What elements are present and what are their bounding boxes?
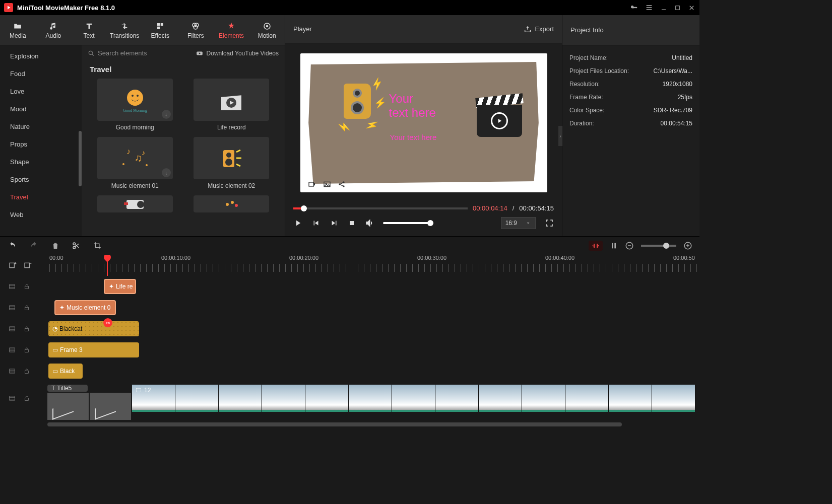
ruler-tick: 00:00:50 — [673, 255, 695, 261]
category-love[interactable]: Love — [0, 83, 82, 100]
info-label: Project Files Location: — [569, 67, 653, 75]
player-title: Player — [293, 25, 312, 33]
minimize-icon[interactable] — [660, 4, 667, 11]
redo-button[interactable] — [29, 241, 39, 250]
share-icon[interactable] — [338, 180, 346, 188]
category-scrollbar[interactable] — [79, 131, 82, 186]
split-marker[interactable]: ✂ — [103, 318, 112, 327]
tab-text-label: Text — [84, 32, 95, 39]
element-card[interactable] — [186, 195, 277, 212]
lock-icon[interactable] — [23, 395, 30, 402]
category-explosion[interactable]: Explosion — [0, 47, 82, 65]
video-frame[interactable] — [47, 393, 89, 420]
download-youtube-link[interactable]: Download YouTube Videos — [196, 50, 279, 57]
timeline-clip[interactable]: ▭Black — [48, 364, 83, 379]
tab-transitions[interactable]: Transitions — [107, 15, 143, 45]
download-icon[interactable]: ↓ — [162, 168, 171, 177]
lock-icon[interactable] — [23, 325, 30, 332]
zoom-handle[interactable] — [663, 243, 669, 249]
volume-icon[interactable] — [365, 219, 374, 228]
timeline-clip[interactable]: ✦Life re — [104, 279, 136, 294]
download-icon[interactable]: ↓ — [162, 110, 171, 119]
aspect-ratio-select[interactable]: 16:9 — [501, 217, 536, 229]
element-card[interactable] — [90, 195, 180, 212]
collapse-info-button[interactable]: › — [558, 126, 562, 146]
volume-slider[interactable] — [383, 222, 433, 224]
element-card[interactable]: Life record — [186, 79, 277, 131]
add-track-button[interactable] — [8, 261, 17, 269]
timeline-clip[interactable]: ✦Music element 0 — [54, 300, 116, 315]
svg-rect-57 — [10, 369, 15, 373]
category-props[interactable]: Props — [0, 135, 82, 153]
timeline-clip[interactable]: ◔Blackcat — [48, 321, 139, 336]
seek-bar[interactable] — [293, 207, 468, 209]
svg-point-9 — [89, 51, 92, 54]
tab-audio[interactable]: Audio — [36, 15, 72, 45]
svg-point-27 — [137, 201, 144, 208]
svg-rect-55 — [10, 348, 15, 352]
svg-point-24 — [226, 153, 231, 158]
search-input[interactable]: Search elements — [88, 49, 191, 57]
remove-track-button[interactable] — [23, 261, 32, 269]
video-clip[interactable]: 12 — [132, 385, 699, 412]
tab-effects[interactable]: Effects — [143, 15, 178, 45]
prev-frame-button[interactable] — [311, 219, 321, 228]
category-travel[interactable]: Travel — [0, 188, 82, 206]
next-frame-button[interactable] — [330, 219, 339, 228]
stop-button[interactable] — [348, 219, 356, 227]
element-card[interactable]: ♪♫♪ ↓ Music element 01 — [90, 137, 180, 189]
category-nature[interactable]: Nature — [0, 118, 82, 135]
zoom-slider[interactable] — [641, 245, 676, 247]
filters-icon — [190, 21, 201, 31]
svg-point-8 — [266, 25, 268, 27]
menu-icon[interactable] — [645, 4, 653, 12]
play-button[interactable] — [293, 219, 302, 228]
timeline-clip[interactable]: ▭Frame 3 — [48, 342, 139, 357]
fullscreen-button[interactable] — [545, 219, 554, 228]
category-food[interactable]: Food — [0, 65, 82, 83]
svg-rect-48 — [25, 263, 29, 267]
category-mood[interactable]: Mood — [0, 100, 82, 118]
category-shape[interactable]: Shape — [0, 153, 82, 171]
autoscroll-button[interactable] — [589, 241, 603, 251]
preview-canvas[interactable]: ⚡ ⚡ ⚡ ⚡ Your text here Your text here — [300, 53, 547, 192]
timeline-ruler[interactable]: 00:00 00:00:10:00 00:00:20:00 00:00:30:0… — [47, 255, 699, 276]
record-icon[interactable] — [307, 180, 316, 188]
export-button[interactable]: Export — [524, 25, 554, 33]
magnetic-button[interactable] — [610, 242, 618, 250]
tab-text[interactable]: Text — [71, 15, 107, 45]
crop-button[interactable] — [93, 241, 102, 250]
volume-handle[interactable] — [427, 220, 433, 226]
category-sports[interactable]: Sports — [0, 171, 82, 188]
title-clip[interactable]: TTitle5 — [47, 385, 88, 392]
tab-elements[interactable]: Elements — [214, 15, 249, 45]
close-icon[interactable] — [688, 4, 695, 12]
lock-icon[interactable] — [23, 346, 30, 353]
element-card[interactable]: Good Morning ↓ Good morning — [90, 79, 180, 131]
element-thumb: Good Morning ↓ — [97, 79, 173, 121]
svg-rect-42 — [597, 244, 598, 248]
tab-motion[interactable]: Motion — [249, 15, 285, 45]
image-icon[interactable] — [323, 180, 332, 188]
lock-icon[interactable] — [23, 304, 30, 311]
element-card[interactable]: Music element 02 — [186, 137, 277, 189]
maximize-icon[interactable] — [674, 5, 681, 11]
undo-button[interactable] — [7, 241, 17, 250]
tab-filters[interactable]: Filters — [178, 15, 214, 45]
delete-button[interactable] — [51, 241, 59, 250]
svg-text:Good Morning: Good Morning — [123, 108, 147, 113]
zoom-out-button[interactable] — [625, 241, 634, 250]
lock-icon[interactable] — [23, 368, 30, 375]
zoom-in-button[interactable] — [683, 241, 692, 250]
svg-rect-61 — [137, 389, 141, 392]
seek-handle[interactable] — [301, 205, 307, 211]
lock-icon[interactable] — [23, 283, 30, 290]
info-value: SDR- Rec.709 — [654, 107, 692, 114]
clip-label: Life re — [116, 283, 133, 290]
split-button[interactable] — [72, 241, 81, 250]
category-web[interactable]: Web — [0, 206, 82, 224]
tab-media[interactable]: Media — [0, 15, 36, 45]
key-icon[interactable] — [630, 4, 638, 12]
timeline-scrollbar[interactable] — [47, 422, 652, 427]
video-frame[interactable] — [90, 393, 131, 420]
